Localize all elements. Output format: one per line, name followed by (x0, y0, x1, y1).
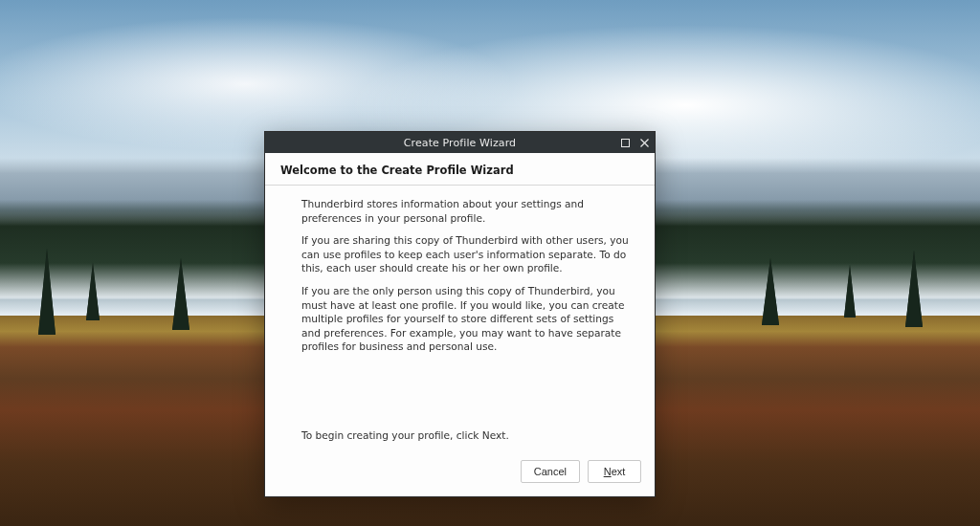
decorative-tree (905, 251, 923, 327)
decorative-tree (844, 265, 856, 318)
window-controls (618, 132, 651, 153)
divider (265, 185, 655, 186)
svg-rect-0 (621, 139, 629, 146)
create-profile-wizard-dialog: Create Profile Wizard Welcome to the Cre… (264, 131, 656, 497)
wizard-text-block: Thunderbird stores information about you… (280, 197, 639, 354)
wizard-paragraph: If you are the only person using this co… (301, 284, 634, 354)
cancel-button[interactable]: Cancel (521, 460, 580, 483)
button-row: Cancel Next (265, 460, 655, 496)
wizard-instruction: To begin creating your profile, click Ne… (280, 429, 639, 441)
dialog-body: Welcome to the Create Profile Wizard Thu… (265, 153, 655, 460)
next-button-rest: ext (612, 466, 626, 477)
close-icon[interactable] (637, 136, 651, 149)
wizard-paragraph: If you are sharing this copy of Thunderb… (301, 233, 634, 275)
decorative-tree (762, 258, 779, 325)
next-button-mnemonic: N (604, 466, 612, 477)
window-title: Create Profile Wizard (265, 137, 655, 149)
wizard-paragraph: Thunderbird stores information about you… (301, 197, 634, 225)
spacer (280, 362, 639, 429)
decorative-tree (172, 258, 189, 330)
decorative-tree (86, 263, 100, 320)
wizard-heading: Welcome to the Create Profile Wizard (280, 164, 639, 177)
next-button[interactable]: Next (588, 460, 641, 483)
maximize-icon[interactable] (618, 136, 632, 149)
decorative-tree (38, 249, 56, 335)
titlebar[interactable]: Create Profile Wizard (265, 132, 655, 153)
desktop-background: Create Profile Wizard Welcome to the Cre… (0, 0, 980, 526)
cancel-button-label: Cancel (534, 466, 567, 477)
